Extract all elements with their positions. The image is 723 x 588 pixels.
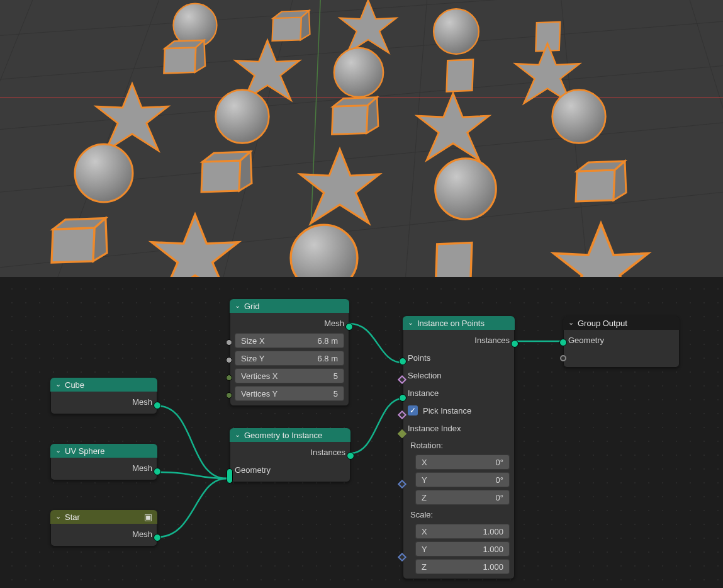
field-scale-x[interactable]: X1.000 xyxy=(415,524,510,539)
field-rotation-z[interactable]: Z0° xyxy=(415,490,510,505)
output-label: Mesh xyxy=(324,319,344,328)
field-vertices-y[interactable]: Vertices Y 5 xyxy=(235,386,344,401)
socket-instances-out[interactable] xyxy=(511,340,518,348)
field-rotation-x[interactable]: X0° xyxy=(415,455,510,470)
check-icon: ✓ xyxy=(408,405,418,416)
checkbox-pick-instance[interactable]: ✓ Pick Instance xyxy=(408,403,510,418)
field-rotation-y[interactable]: Y0° xyxy=(415,472,510,487)
output-label: Mesh xyxy=(132,529,152,539)
socket-mesh-out[interactable] xyxy=(154,534,161,541)
socket-verts-y[interactable] xyxy=(226,392,232,399)
label-scale: Scale: xyxy=(410,510,433,519)
node-title: Geometry to Instance xyxy=(244,431,322,440)
node-title: UV Sphere xyxy=(65,446,105,456)
input-points: Points xyxy=(408,353,430,363)
nodegroup-icon: ▣ xyxy=(144,512,152,522)
node-header[interactable]: ⌄ Star ▣ xyxy=(50,510,157,524)
node-star[interactable]: ⌄ Star ▣ Mesh xyxy=(50,510,157,546)
field-vertices-x[interactable]: Vertices X 5 xyxy=(235,368,344,383)
socket-mesh-out[interactable] xyxy=(154,402,161,409)
socket-geometry-in[interactable] xyxy=(227,468,233,483)
chevron-down-icon: ⌄ xyxy=(55,380,61,388)
output-label: Instances xyxy=(474,336,510,345)
node-title: Cube xyxy=(65,380,84,390)
field-size-x[interactable]: Size X 6.8 m xyxy=(235,333,344,348)
node-title: Star xyxy=(65,512,80,522)
node-group-output[interactable]: ⌄ Group Output Geometry xyxy=(563,316,680,368)
node-grid[interactable]: ⌄ Grid Mesh Size X 6.8 m Size Y 6.8 m Ve… xyxy=(230,299,349,406)
chevron-down-icon: ⌄ xyxy=(235,431,240,439)
input-label: Geometry xyxy=(568,336,604,345)
node-header[interactable]: ⌄ Geometry to Instance xyxy=(230,428,350,442)
chevron-down-icon: ⌄ xyxy=(55,512,61,521)
input-instance-index: Instance Index xyxy=(408,424,461,433)
viewport-3d[interactable] xyxy=(0,0,723,277)
viewport-canvas xyxy=(0,0,723,277)
svg-line-10 xyxy=(686,0,723,277)
node-title: Grid xyxy=(244,302,260,311)
node-header[interactable]: ⌄ UV Sphere xyxy=(50,444,157,458)
field-scale-z[interactable]: Z1.000 xyxy=(415,559,510,574)
chevron-down-icon: ⌄ xyxy=(568,319,574,327)
field-size-y[interactable]: Size Y 6.8 m xyxy=(235,351,344,366)
socket-size-x[interactable] xyxy=(226,339,232,346)
node-instance-on-points[interactable]: ⌄ Instance on Points Instances Points Se… xyxy=(403,316,515,579)
output-label: Mesh xyxy=(132,397,152,407)
input-instance: Instance xyxy=(408,388,439,398)
chevron-down-icon: ⌄ xyxy=(235,302,240,310)
socket-mesh-out[interactable] xyxy=(345,323,353,331)
input-selection: Selection xyxy=(408,371,441,380)
node-uv-sphere[interactable]: ⌄ UV Sphere Mesh xyxy=(50,444,157,480)
node-cube[interactable]: ⌄ Cube Mesh xyxy=(50,378,157,414)
socket-mesh-out[interactable] xyxy=(154,468,161,475)
output-label: Mesh xyxy=(132,463,152,473)
socket-points[interactable] xyxy=(399,358,406,365)
node-title: Group Output xyxy=(578,319,627,328)
socket-verts-x[interactable] xyxy=(226,375,232,381)
node-header[interactable]: ⌄ Instance on Points xyxy=(403,316,515,330)
node-header[interactable]: ⌄ Group Output xyxy=(563,316,680,330)
node-editor[interactable]: ⌄ Cube Mesh ⌄ UV Sphere Mesh ⌄ Star ▣ Me… xyxy=(0,277,723,588)
svg-line-5 xyxy=(0,0,38,277)
node-header[interactable]: ⌄ Grid xyxy=(230,299,349,313)
socket-geometry-in[interactable] xyxy=(559,339,567,346)
input-label: Geometry xyxy=(235,465,271,475)
socket-instances-out[interactable] xyxy=(347,452,354,460)
chevron-down-icon: ⌄ xyxy=(55,446,61,455)
chevron-down-icon: ⌄ xyxy=(408,319,413,327)
node-header[interactable]: ⌄ Cube xyxy=(50,378,157,392)
node-geometry-to-instance[interactable]: ⌄ Geometry to Instance Instances Geometr… xyxy=(230,428,350,482)
socket-instance[interactable] xyxy=(399,394,406,402)
socket-size-y[interactable] xyxy=(226,357,232,363)
svg-line-8 xyxy=(403,0,428,277)
field-scale-y[interactable]: Y1.000 xyxy=(415,541,510,557)
output-label: Instances xyxy=(310,448,345,457)
node-title: Instance on Points xyxy=(417,319,485,328)
socket-virtual[interactable] xyxy=(560,355,566,361)
label-rotation: Rotation: xyxy=(410,441,443,450)
